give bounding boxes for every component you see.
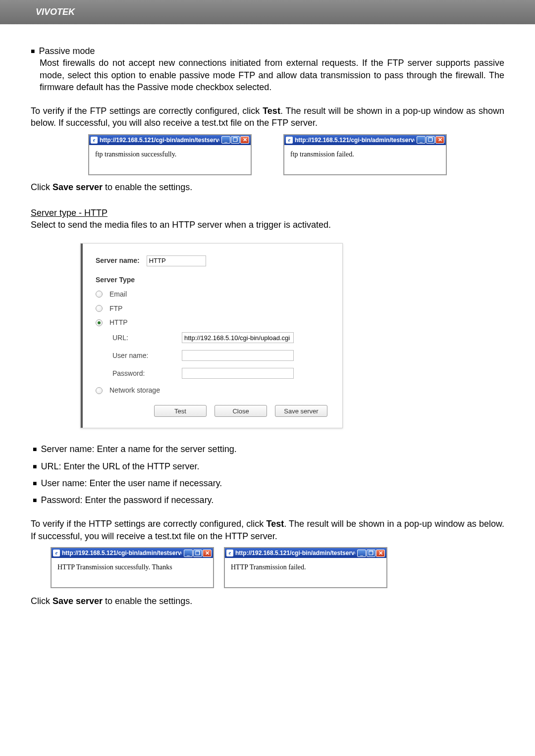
- minimize-button[interactable]: _: [221, 136, 230, 144]
- server-type-http-heading: Server type - HTTP: [31, 207, 504, 219]
- save-server-line: Click Save server to enable the settings…: [31, 181, 504, 193]
- http-verify-paragraph: To verify if the HTTP settings are corre…: [31, 518, 504, 542]
- radio-network-storage[interactable]: [96, 387, 103, 394]
- minimize-button[interactable]: _: [417, 136, 426, 144]
- server-type-label: Server Type: [96, 275, 135, 285]
- brand-header: VIVOTEK: [0, 0, 535, 24]
- passive-mode-bullet: ■ Passive mode: [31, 45, 504, 57]
- http-popup-fail: e http://192.168.5.121/cgi-bin/admin/tes…: [224, 547, 387, 588]
- popup-title-text: http://192.168.5.121/cgi-bin/admin/tests…: [62, 549, 182, 557]
- radio-email-row[interactable]: Email: [96, 290, 327, 299]
- bullet-icon: ■: [33, 494, 37, 506]
- popup-title-bar: e http://192.168.5.121/cgi-bin/admin/tes…: [284, 135, 446, 145]
- ie-icon: e: [226, 550, 233, 556]
- config-buttons: Test Close Save server: [96, 405, 327, 417]
- save-server-button[interactable]: Save server: [275, 405, 327, 417]
- pass-row: Password:: [112, 368, 327, 379]
- close-button[interactable]: ✕: [376, 550, 385, 557]
- bullet-icon: ■: [33, 443, 37, 455]
- pass-label: Password:: [112, 369, 182, 378]
- radio-email-label: Email: [109, 290, 127, 299]
- passive-mode-title: Passive mode: [39, 45, 504, 57]
- radio-ns-label: Network storage: [109, 386, 160, 395]
- save-a: Click: [31, 596, 53, 606]
- user-input[interactable]: [182, 350, 294, 361]
- save-server-line-2: Click Save server to enable the settings…: [31, 595, 504, 607]
- passive-mode-body: Most firewalls do not accept new connect…: [31, 57, 504, 93]
- desc-pass: ■ Password: Enter the password if necess…: [33, 494, 504, 506]
- close-button[interactable]: ✕: [240, 136, 249, 144]
- ie-icon: e: [53, 550, 60, 556]
- radio-ftp-row[interactable]: FTP: [96, 304, 327, 313]
- server-name-label: Server name:: [96, 256, 140, 265]
- close-button[interactable]: ✕: [203, 550, 212, 557]
- server-name-row: Server name:: [96, 255, 327, 266]
- radio-http[interactable]: [96, 319, 103, 326]
- ftp-popup-fail: e http://192.168.5.121/cgi-bin/admin/tes…: [283, 134, 447, 175]
- http-popup-success: e http://192.168.5.121/cgi-bin/admin/tes…: [51, 547, 214, 588]
- server-name-input[interactable]: [147, 255, 206, 266]
- save-c: to enable the settings.: [103, 596, 192, 606]
- desc-user: ■ User name: Enter the user name if nece…: [33, 477, 504, 489]
- ftp-popup-row: e http://192.168.5.121/cgi-bin/admin/tes…: [31, 134, 504, 175]
- url-input[interactable]: [182, 332, 294, 343]
- user-label: User name:: [112, 351, 182, 360]
- save-b: Save server: [53, 182, 103, 192]
- url-row: URL:: [112, 332, 327, 343]
- popup-title-bar: e http://192.168.5.121/cgi-bin/admin/tes…: [89, 135, 251, 145]
- ie-icon: e: [286, 137, 293, 144]
- popup-title-text: http://192.168.5.121/cgi-bin/admin/tests…: [295, 136, 415, 144]
- radio-ns-row[interactable]: Network storage: [96, 386, 327, 395]
- http-verify-a: To verify if the HTTP settings are corre…: [31, 519, 266, 529]
- minimize-button[interactable]: _: [184, 550, 193, 557]
- popup-body: HTTP Transmission successfully. Thanks: [52, 558, 213, 587]
- desc-server-name: ■ Server name: Enter a name for the serv…: [33, 443, 504, 455]
- close-button[interactable]: Close: [214, 405, 267, 417]
- test-button[interactable]: Test: [154, 405, 207, 417]
- popup-body: ftp transmission failed.: [284, 145, 446, 174]
- desc-url: ■ URL: Enter the URL of the HTTP server.: [33, 460, 504, 472]
- ftp-verify-test: Test: [263, 106, 280, 116]
- user-row: User name:: [112, 350, 327, 361]
- radio-ftp[interactable]: [96, 305, 103, 312]
- save-c: to enable the settings.: [103, 182, 192, 192]
- save-a: Click: [31, 182, 53, 192]
- close-button[interactable]: ✕: [435, 136, 444, 144]
- pass-input[interactable]: [182, 368, 294, 379]
- maximize-button[interactable]: ❐: [367, 550, 375, 557]
- url-label: URL:: [112, 333, 182, 343]
- radio-email[interactable]: [96, 291, 103, 298]
- ftp-verify-a: To verify if the FTP settings are correc…: [31, 106, 263, 116]
- popup-title-text: http://192.168.5.121/cgi-bin/admin/tests…: [100, 136, 219, 144]
- brand-text: VIVOTEK: [36, 7, 75, 17]
- http-config-card: Server name: Server Type Email FTP HTTP …: [80, 243, 343, 428]
- maximize-button[interactable]: ❐: [231, 136, 240, 144]
- server-type-label-row: Server Type: [96, 275, 327, 285]
- page-content: ■ Passive mode Most firewalls do not acc…: [0, 24, 535, 642]
- maximize-button[interactable]: ❐: [426, 136, 435, 144]
- popup-title-text: http://192.168.5.121/cgi-bin/admin/tests…: [235, 549, 355, 557]
- ie-icon: e: [91, 137, 98, 144]
- bullet-icon: ■: [31, 45, 35, 57]
- popup-body: HTTP Transmission failed.: [225, 558, 386, 587]
- save-b: Save server: [53, 596, 103, 606]
- http-verify-test: Test: [266, 519, 284, 529]
- radio-http-row[interactable]: HTTP: [96, 318, 327, 327]
- bullet-icon: ■: [33, 477, 37, 489]
- popup-title-bar: e http://192.168.5.121/cgi-bin/admin/tes…: [52, 548, 213, 558]
- popup-body: ftp transmission successfully.: [89, 145, 251, 174]
- popup-title-bar: e http://192.168.5.121/cgi-bin/admin/tes…: [225, 548, 386, 558]
- ftp-popup-success: e http://192.168.5.121/cgi-bin/admin/tes…: [88, 134, 252, 175]
- maximize-button[interactable]: ❐: [193, 550, 202, 557]
- radio-http-label: HTTP: [109, 318, 128, 327]
- ftp-verify-paragraph: To verify if the FTP settings are correc…: [31, 105, 504, 129]
- http-popup-row: e http://192.168.5.121/cgi-bin/admin/tes…: [31, 547, 504, 588]
- radio-ftp-label: FTP: [109, 304, 122, 313]
- field-desc-list: ■ Server name: Enter a name for the serv…: [31, 443, 504, 506]
- http-intro: Select to send the media files to an HTT…: [31, 219, 504, 231]
- bullet-icon: ■: [33, 460, 37, 472]
- minimize-button[interactable]: _: [357, 550, 366, 557]
- http-fields: URL: User name: Password:: [96, 332, 327, 379]
